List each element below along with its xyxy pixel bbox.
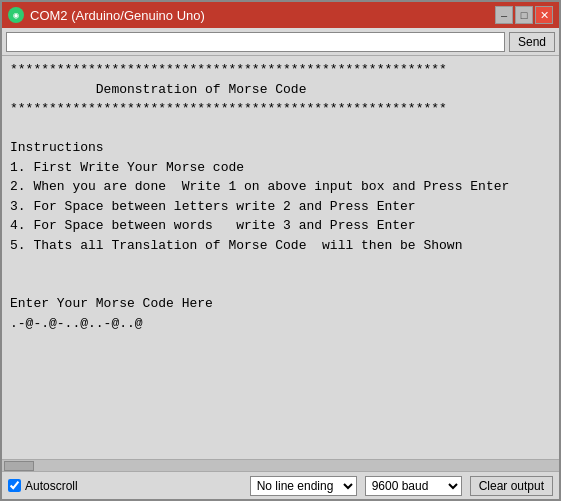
baud-rate-dropdown[interactable]: 300 baud1200 baud2400 baud4800 baud9600 … (365, 476, 462, 496)
line-ending-dropdown[interactable]: No line endingNewlineCarriage returnBoth… (250, 476, 357, 496)
send-button[interactable]: Send (509, 32, 555, 52)
minimize-button[interactable]: – (495, 6, 513, 24)
scrollbar-thumb[interactable] (4, 461, 34, 471)
app-icon: ◉ (8, 7, 24, 23)
top-bar: Send (2, 28, 559, 56)
clear-output-button[interactable]: Clear output (470, 476, 553, 496)
title-bar-left: ◉ COM2 (Arduino/Genuino Uno) (8, 7, 205, 23)
autoscroll-checkbox[interactable] (8, 479, 21, 492)
autoscroll-container: Autoscroll (8, 479, 78, 493)
serial-monitor-output: ****************************************… (2, 56, 559, 459)
autoscroll-label: Autoscroll (25, 479, 78, 493)
output-text: ****************************************… (10, 60, 551, 333)
title-bar: ◉ COM2 (Arduino/Genuino Uno) – □ ✕ (2, 2, 559, 28)
maximize-button[interactable]: □ (515, 6, 533, 24)
horizontal-scrollbar[interactable] (2, 459, 559, 471)
title-buttons: – □ ✕ (495, 6, 553, 24)
window: ◉ COM2 (Arduino/Genuino Uno) – □ ✕ Send … (0, 0, 561, 501)
window-title: COM2 (Arduino/Genuino Uno) (30, 8, 205, 23)
close-button[interactable]: ✕ (535, 6, 553, 24)
bottom-bar: Autoscroll No line endingNewlineCarriage… (2, 471, 559, 499)
serial-input[interactable] (6, 32, 505, 52)
